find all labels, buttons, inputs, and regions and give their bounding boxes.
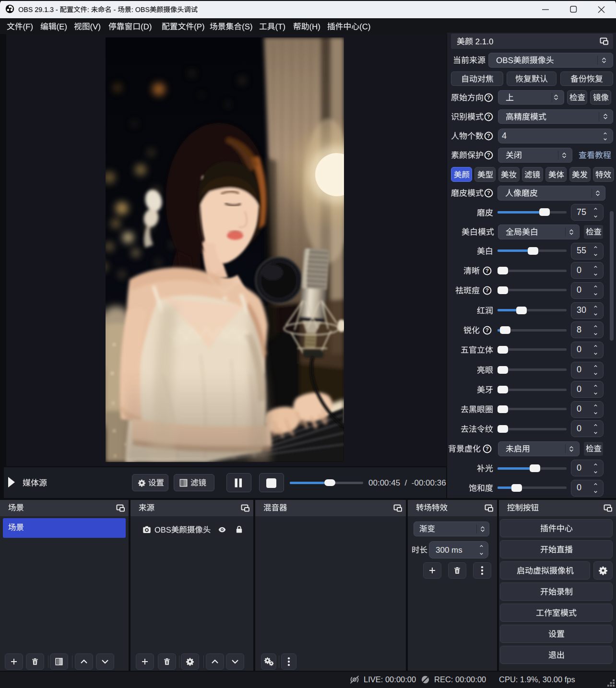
svg-text:?: ? [486, 327, 489, 333]
svg-text:?: ? [487, 114, 490, 119]
svg-text:?: ? [487, 95, 490, 100]
svg-text:?: ? [486, 287, 489, 293]
svg-text:?: ? [486, 446, 489, 451]
svg-text:?: ? [487, 190, 490, 196]
svg-text:?: ? [487, 152, 490, 158]
svg-text:?: ? [487, 133, 490, 139]
svg-text:?: ? [486, 268, 489, 273]
